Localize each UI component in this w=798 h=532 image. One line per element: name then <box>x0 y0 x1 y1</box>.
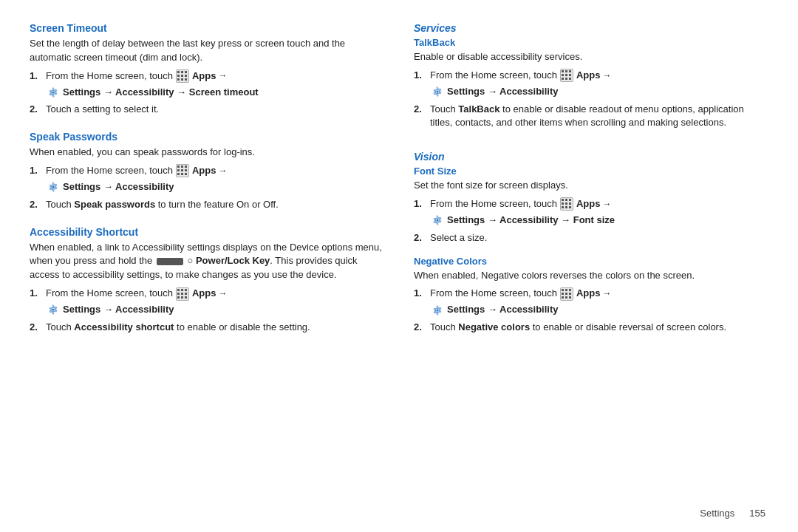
step-num: 1. <box>30 287 43 301</box>
apps-dot <box>565 296 567 299</box>
step-text-pre: Touch <box>430 103 458 115</box>
step-text: From the Home screen, touch <box>46 287 173 301</box>
apps-icon <box>560 287 573 301</box>
apps-label: Apps <box>192 69 216 83</box>
step-text-post: to enable or disable the setting. <box>174 321 310 332</box>
step-text-pre: Touch <box>430 321 458 332</box>
steps-font-size: 1. From the Home screen, touch <box>414 197 768 245</box>
step-num: 2. <box>414 103 427 117</box>
settings-path: Settings → Accessibility → Font size <box>447 214 615 228</box>
step-num: 2. <box>30 321 43 335</box>
step-num: 2. <box>30 198 43 212</box>
section-title-accessibility-shortcut: Accessibility Shortcut <box>30 226 384 238</box>
apps-dot <box>562 293 564 295</box>
apps-dot <box>562 74 564 76</box>
sub-step: Settings → Accessibility <box>46 303 384 317</box>
step-content: From the Home screen, touch Apps → <box>46 164 384 194</box>
arrow: → <box>602 69 611 82</box>
apps-label: Apps <box>576 69 601 83</box>
step-text-bold: TalkBack <box>458 103 499 115</box>
step-num: 1. <box>30 69 43 83</box>
step-text: From the Home screen, touch <box>46 164 173 178</box>
step-1-font-size: 1. From the Home screen, touch <box>414 197 768 228</box>
sub-step: Settings → Accessibility <box>430 303 768 317</box>
svg-point-14 <box>437 219 439 222</box>
step-1-negative-colors: 1. From the Home screen, touch <box>414 287 768 317</box>
apps-dot <box>181 71 183 73</box>
apps-label: Apps <box>576 197 601 211</box>
apps-dot <box>177 166 180 168</box>
step-content: Touch Accessibility shortcut to enable o… <box>46 321 384 335</box>
step-1-talkback: 1. From the Home screen, touch <box>414 69 768 99</box>
sub-step: Settings → Accessibility → Font size <box>430 214 768 228</box>
apps-dot <box>569 296 571 299</box>
step-2-speak-passwords: 2. Touch Speak passwords to turn the fea… <box>30 198 384 212</box>
apps-dot <box>565 199 567 201</box>
step-line: From the Home screen, touch Apps → <box>46 287 384 301</box>
section-speak-passwords: Speak Passwords When enabled, you can sp… <box>30 131 384 215</box>
step-2-screen-timeout: 2. Touch a setting to select it. <box>30 103 384 117</box>
apps-icon-inner <box>562 289 572 299</box>
apps-dot <box>565 74 567 76</box>
step-content: Touch Speak passwords to turn the featur… <box>46 198 384 212</box>
apps-dot <box>569 74 571 76</box>
gear-icon <box>47 180 60 194</box>
section-subtitle-font-size: Font Size <box>414 166 768 177</box>
step-line: From the Home screen, touch Apps → <box>46 69 384 83</box>
apps-dot <box>562 289 564 291</box>
step-content: From the Home screen, touch Apps → <box>46 69 384 100</box>
apps-dot <box>181 78 183 81</box>
section-subtitle-talkback: TalkBack <box>414 37 768 48</box>
subsection-font-size: Font Size Set the font size for screen d… <box>414 166 768 245</box>
arrow: → <box>218 165 227 177</box>
section-desc-accessibility-shortcut: When enabled, a link to Accessibility se… <box>30 241 384 283</box>
apps-dot <box>562 296 564 299</box>
apps-dot <box>177 169 180 171</box>
step-content: From the Home screen, touch Apps <box>430 287 768 317</box>
step-num: 2. <box>414 321 427 335</box>
apps-icon-inner <box>562 199 572 209</box>
section-desc-speak-passwords: When enabled, you can speak passwords fo… <box>30 146 384 160</box>
svg-point-11 <box>437 91 439 93</box>
apps-dot <box>177 293 180 295</box>
apps-icon <box>560 197 573 211</box>
apps-dot <box>569 78 571 80</box>
step-text: From the Home screen, touch <box>430 197 557 211</box>
apps-dot <box>565 293 567 295</box>
step-content: Select a size. <box>430 231 768 245</box>
section-accessibility-shortcut: Accessibility Shortcut When enabled, a l… <box>30 226 384 338</box>
subsection-talkback: TalkBack Enable or disable accessibility… <box>414 37 768 130</box>
step-1-accessibility-shortcut: 1. From the Home screen, touch <box>30 287 384 317</box>
apps-dot <box>177 78 180 81</box>
section-screen-timeout: Screen Timeout Set the length of delay b… <box>30 22 384 120</box>
apps-dot <box>185 293 187 295</box>
apps-icon <box>176 69 189 83</box>
step-1-screen-timeout: 1. From the Home screen, touch <box>30 69 384 100</box>
step-text: From the Home screen, touch <box>430 69 557 83</box>
steps-speak-passwords: 1. From the Home screen, touch <box>30 164 384 212</box>
apps-dot <box>181 166 183 168</box>
apps-dot <box>185 78 187 81</box>
section-title-speak-passwords: Speak Passwords <box>30 131 384 143</box>
step-content: Touch a setting to select it. <box>46 103 384 117</box>
settings-path: Settings → Accessibility <box>447 303 559 317</box>
apps-icon-inner <box>562 70 572 81</box>
apps-icon-inner <box>177 166 188 176</box>
sub-step: Settings → Accessibility <box>46 180 384 194</box>
section-services: Services TalkBack Enable or disable acce… <box>414 22 768 140</box>
step-text: Select a size. <box>430 232 487 243</box>
step-text-pre: Touch <box>46 321 74 332</box>
settings-path: Settings → Accessibility <box>447 85 559 99</box>
step-text-post: to turn the feature On or Off. <box>155 199 279 210</box>
apps-dot <box>562 78 564 80</box>
step-content: From the Home screen, touch Apps → <box>46 287 384 317</box>
apps-dot <box>185 296 187 299</box>
sub-step: Settings → Accessibility <box>430 85 768 99</box>
apps-dot <box>181 169 183 171</box>
left-column: Screen Timeout Set the length of delay b… <box>30 22 384 517</box>
apps-dot <box>185 289 187 291</box>
gear-icon <box>431 304 444 317</box>
apps-dot <box>565 70 567 72</box>
arrow: → <box>218 287 227 300</box>
section-subtitle-negative-colors: Negative Colors <box>414 256 768 267</box>
